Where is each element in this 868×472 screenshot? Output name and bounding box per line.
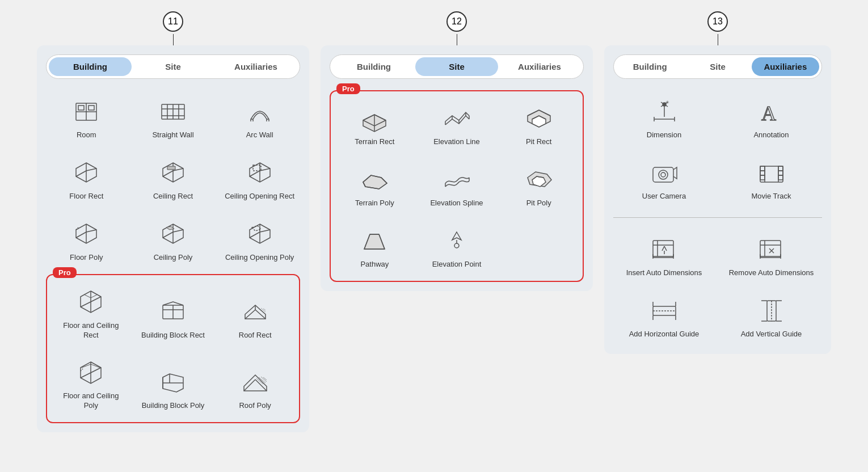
ceiling-opening-poly-icon [243, 218, 277, 250]
roof-rect-label: Roof Rect [239, 331, 272, 340]
item-ceiling-rect[interactable]: Ceiling Rect [133, 151, 214, 207]
floor-ceiling-rect-icon [74, 286, 108, 318]
item-floor-ceiling-rect[interactable]: Floor and Ceiling Rect [53, 281, 129, 346]
user-camera-icon [647, 157, 681, 188]
callout-13: 13 [707, 11, 728, 32]
terrain-poly-label: Terrain Poly [355, 199, 394, 208]
item-elevation-point[interactable]: Elevation Point [419, 220, 495, 275]
item-building-block-poly[interactable]: Building Block Poly [135, 351, 212, 416]
item-roof-rect[interactable]: Roof Rect [217, 281, 293, 346]
callout-line-11 [173, 34, 174, 45]
svg-text:A: A [761, 102, 776, 125]
item-roof-poly[interactable]: Roof Poly [217, 351, 293, 416]
pit-rect-label: Pit Rect [526, 137, 552, 147]
room-icon [69, 96, 103, 127]
svg-line-45 [263, 377, 267, 380]
svg-rect-62 [653, 167, 673, 182]
tab-site-11[interactable]: Site [132, 57, 214, 76]
svg-line-30 [255, 310, 266, 319]
tab-auxiliaries-11[interactable]: Auxiliaries [214, 57, 297, 76]
item-movie-track[interactable]: Movie Track [720, 151, 822, 207]
item-floor-ceiling-poly[interactable]: Floor and Ceiling Poly [53, 351, 129, 416]
pro-section-11: Pro Floor and Ceiling Rect [46, 274, 300, 424]
roof-poly-label: Roof Poly [239, 401, 271, 411]
remove-auto-dim-icon [755, 234, 789, 265]
svg-line-81 [664, 246, 667, 251]
svg-point-51 [454, 243, 459, 248]
item-elevation-spline[interactable]: Elevation Spline [419, 158, 495, 214]
svg-text:✳: ✳ [665, 100, 669, 105]
dimension-icon: ✳ [647, 96, 681, 127]
elevation-line-icon [440, 103, 474, 134]
panel-12-container: 12 Building Site Auxiliaries Pro [321, 11, 593, 291]
item-insert-auto-dim[interactable]: Insert Auto Dimensions [613, 228, 715, 284]
annotation-label: Annotation [753, 130, 789, 140]
item-building-block-rect[interactable]: Building Block Rect [135, 281, 212, 346]
item-elevation-line[interactable]: Elevation Line [419, 97, 495, 153]
annotation-icon: A [755, 96, 789, 127]
ceiling-rect-label: Ceiling Rect [153, 192, 193, 201]
item-remove-auto-dim[interactable]: Remove Auto Dimensions [720, 228, 822, 284]
item-ceiling-poly[interactable]: Ceiling Poly [133, 213, 214, 268]
tab-auxiliaries-13[interactable]: Auxiliaries [752, 57, 819, 76]
floor-rect-label: Floor Rect [69, 192, 103, 201]
pit-poly-icon [522, 164, 556, 195]
item-floor-rect[interactable]: Floor Rect [46, 151, 127, 207]
item-ceiling-opening-rect[interactable]: Ceiling Opening Rect [219, 151, 300, 207]
item-annotation[interactable]: A Annotation [720, 90, 822, 146]
item-arc-wall[interactable]: Arc Wall [219, 90, 300, 146]
panel-13: Building Site Auxiliaries ✳ [604, 45, 831, 354]
item-pit-poly[interactable]: Pit Poly [500, 158, 577, 214]
item-pit-rect[interactable]: Pit Rect [500, 97, 577, 153]
callout-11: 11 [163, 11, 183, 32]
panel-11: Building Site Auxiliaries Room [37, 45, 309, 432]
normal-items-grid-11: Room Straight Wall [46, 90, 300, 268]
item-terrain-rect[interactable]: Terrain Rect [336, 97, 413, 153]
add-vert-guide-label: Add Vertical Guide [741, 330, 802, 339]
item-pathway[interactable]: Pathway [336, 220, 413, 275]
ceiling-poly-icon [156, 218, 190, 250]
tab-bar-11: Building Site Auxiliaries [46, 54, 300, 79]
pathway-icon [357, 225, 391, 256]
aux-divider [613, 217, 822, 218]
ceiling-rect-icon [156, 157, 190, 188]
item-room[interactable]: Room [46, 90, 127, 146]
building-block-poly-label: Building Block Poly [142, 401, 205, 411]
item-floor-poly[interactable]: Floor Poly [46, 213, 127, 268]
tab-site-13[interactable]: Site [684, 57, 751, 76]
tab-bar-13: Building Site Auxiliaries [613, 54, 822, 79]
item-ceiling-opening-poly[interactable]: Ceiling Opening Poly [219, 213, 300, 268]
item-add-horiz-guide[interactable]: Add Horizontal Guide [613, 289, 715, 345]
pro-badge-11: Pro [53, 267, 77, 278]
item-dimension[interactable]: ✳ Dimension [613, 90, 715, 146]
floor-poly-icon [69, 218, 103, 250]
building-block-rect-label: Building Block Rect [141, 331, 205, 340]
insert-auto-dim-icon [647, 234, 681, 265]
item-user-camera[interactable]: User Camera [613, 151, 715, 207]
pro-section-12: Pro Terrain Rect [330, 90, 584, 282]
ceiling-opening-rect-label: Ceiling Opening Rect [225, 192, 294, 201]
item-straight-wall[interactable]: Straight Wall [133, 90, 214, 146]
ceiling-opening-rect-icon [243, 157, 277, 188]
movie-track-icon [755, 157, 789, 188]
floor-rect-icon [69, 157, 103, 188]
roof-poly-icon [238, 366, 272, 398]
add-horiz-guide-label: Add Horizontal Guide [629, 330, 700, 339]
tab-bar-12: Building Site Auxiliaries [330, 54, 584, 79]
tab-building-12[interactable]: Building [332, 57, 415, 76]
tab-auxiliaries-12[interactable]: Auxiliaries [498, 57, 581, 76]
tab-site-12[interactable]: Site [415, 57, 498, 76]
aux-items-grid-13: ✳ Dimension A Annotation [613, 90, 822, 345]
arc-wall-label: Arc Wall [246, 130, 273, 140]
tab-building-13[interactable]: Building [616, 57, 684, 76]
svg-rect-68 [760, 175, 765, 180]
item-add-vert-guide[interactable]: Add Vertical Guide [720, 289, 822, 345]
svg-line-29 [245, 310, 255, 319]
panel-12: Building Site Auxiliaries Pro Te [321, 45, 593, 291]
tab-building-11[interactable]: Building [49, 57, 132, 76]
terrain-poly-icon [357, 164, 391, 195]
svg-point-64 [661, 172, 665, 177]
item-terrain-poly[interactable]: Terrain Poly [336, 158, 413, 214]
callout-line-12 [457, 34, 457, 45]
pit-poly-label: Pit Poly [526, 199, 551, 208]
